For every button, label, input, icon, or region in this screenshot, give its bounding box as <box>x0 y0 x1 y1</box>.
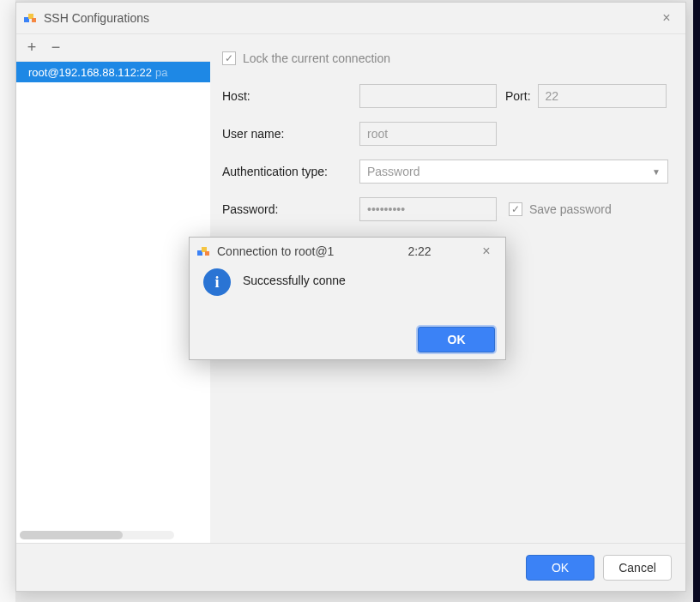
port-input[interactable] <box>538 84 667 108</box>
password-label: Password: <box>222 202 359 216</box>
save-password-label: Save password <box>529 202 612 216</box>
ok-button-label: OK <box>552 561 569 575</box>
password-input[interactable] <box>359 197 497 221</box>
sidebar-toolbar: + − <box>16 34 210 62</box>
inner-title-obscured <box>337 246 404 258</box>
svg-rect-5 <box>205 251 209 256</box>
ok-button[interactable]: OK <box>526 555 594 581</box>
config-item-extra: pa <box>155 66 167 79</box>
chevron-down-icon: ▼ <box>652 167 661 177</box>
plus-icon: + <box>27 39 37 57</box>
scrollbar-thumb[interactable] <box>20 531 123 539</box>
inner-titlebar: Connection to root@12:22 × <box>190 238 505 265</box>
app-icon <box>196 244 210 258</box>
dialog-title: SSH Configurations <box>44 11 655 25</box>
inner-body: i Successfully conne <box>190 265 505 320</box>
port-label: Port: <box>505 89 531 103</box>
password-row: Password: Save password <box>222 197 668 221</box>
lock-label: Lock the current connection <box>243 51 390 65</box>
dialog-close-button[interactable]: × <box>655 6 679 30</box>
auth-select-value: Password <box>367 165 419 178</box>
config-item-label: root@192.168.88.112:22 <box>28 66 152 79</box>
host-row: Host: Port: <box>222 84 668 108</box>
inner-close-button[interactable]: × <box>474 239 498 263</box>
connection-result-dialog: Connection to root@12:22 × i Successfull… <box>189 237 506 360</box>
inner-title-suffix: 2:22 <box>407 244 431 258</box>
info-icon: i <box>203 268 231 296</box>
cancel-button-label: Cancel <box>619 561 656 575</box>
dialog-titlebar: SSH Configurations × <box>16 3 685 33</box>
ide-background-left <box>0 0 15 602</box>
lock-checkbox[interactable] <box>222 51 236 65</box>
inner-message-obscured <box>346 275 383 287</box>
auth-row: Authentication type: Password ▼ <box>222 160 668 184</box>
remove-config-button[interactable]: − <box>45 38 66 58</box>
inner-footer: OK <box>190 320 505 359</box>
config-list-item[interactable]: root@192.168.88.112:22 pa <box>16 62 210 82</box>
inner-ok-label: OK <box>448 333 466 346</box>
auth-label: Authentication type: <box>222 165 359 178</box>
cancel-button[interactable]: Cancel <box>603 555 672 581</box>
dialog-footer: OK Cancel <box>16 543 685 591</box>
username-row: User name: <box>222 122 668 146</box>
config-list: root@192.168.88.112:22 pa <box>16 62 210 543</box>
inner-message: Successfully conne <box>243 268 383 287</box>
svg-rect-2 <box>32 18 36 22</box>
save-password-checkbox[interactable] <box>509 202 522 216</box>
inner-ok-button[interactable]: OK <box>418 327 495 352</box>
lock-row: Lock the current connection <box>222 46 668 70</box>
minus-icon: − <box>51 39 61 57</box>
app-icon <box>23 11 37 25</box>
username-input[interactable] <box>359 122 497 146</box>
inner-dialog-title: Connection to root@12:22 <box>217 244 474 258</box>
host-input[interactable] <box>359 84 497 108</box>
inner-message-prefix: Successfully conne <box>243 274 346 287</box>
inner-title-prefix: Connection to root@1 <box>217 244 334 258</box>
lock-checkbox-wrap[interactable]: Lock the current connection <box>222 51 390 65</box>
auth-type-select[interactable]: Password ▼ <box>359 160 668 184</box>
username-label: User name: <box>222 127 359 141</box>
sidebar-h-scrollbar[interactable] <box>20 531 174 539</box>
ide-background-right <box>693 0 700 602</box>
config-sidebar: + − root@192.168.88.112:22 pa <box>16 34 210 543</box>
host-label: Host: <box>222 89 359 103</box>
add-config-button[interactable]: + <box>21 38 42 58</box>
save-password-wrap[interactable]: Save password <box>509 202 612 216</box>
